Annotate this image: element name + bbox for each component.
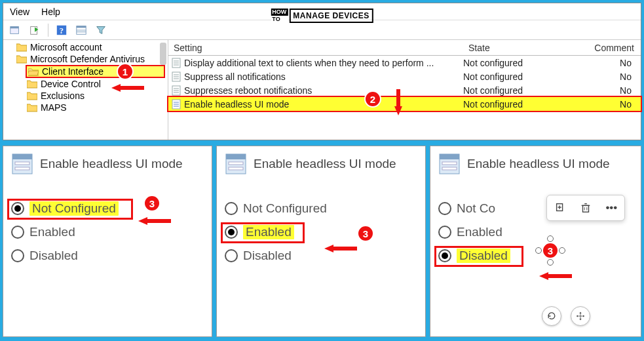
col-setting[interactable]: Setting [168,43,463,53]
radio-icon [438,202,451,215]
tree-item-defender[interactable]: Microsoft Defender Antivirus [15,53,165,65]
annotation-badge-3: 3 [357,225,374,242]
tree-item-device-control[interactable]: Device Control [26,78,165,90]
setting-comment: No [575,99,641,110]
policy-icon [171,85,181,96]
annotation-badge-2: 2 [364,90,381,108]
radio-enabled[interactable]: Enabled [438,225,633,239]
dialog-title: Enable headless UI mode [40,157,183,171]
help-icon[interactable]: ? [55,24,68,37]
filter-icon[interactable] [94,24,107,37]
radio-label: Enabled [29,225,75,239]
radio-group: Not Configured Enabled Disabled [225,201,417,263]
move-button[interactable] [571,306,590,326]
annotation-arrow-3 [539,272,548,280]
copy-icon[interactable] [554,201,567,214]
list-row-highlighted[interactable]: Enable headless UI mode Not configured N… [168,97,641,111]
policy-dialog-enabled: Enable headless UI mode Not Configured E… [216,146,426,337]
tree-item-microsoft-account[interactable]: Microsoft account [15,41,165,53]
list-row[interactable]: Display additional text to clients when … [168,56,641,70]
menu-view[interactable]: View [10,7,29,17]
tree-label: Exclusions [41,90,85,101]
setting-comment: No [575,58,641,68]
tree-label: MAPS [41,102,67,113]
setting-state: Not configured [463,85,575,96]
toolbar-separator [48,24,48,37]
svg-rect-40 [582,205,588,212]
setting-name: Suppresses reboot notifications [184,85,312,96]
svg-rect-34 [440,154,459,159]
tree-item-client-interface[interactable]: Client Interface [26,65,165,78]
folder-icon [27,91,37,100]
policy-dialog-icon [225,153,247,175]
radio-enabled[interactable]: Enabled [11,225,204,239]
setting-state: Not configured [463,71,575,82]
tree-label: Device Control [41,79,101,89]
setting-state: Not configured [463,58,575,68]
radio-icon [225,249,238,262]
svg-rect-32 [229,167,243,170]
trash-icon[interactable] [579,201,592,214]
radio-icon [11,249,24,262]
folder-open-icon [28,67,39,76]
tree-item-maps[interactable]: MAPS [26,102,165,113]
setting-name: Suppress all notifications [184,71,286,82]
tree-item-exclusions[interactable]: Exclusions [26,90,165,102]
nav-back-icon[interactable] [9,24,22,37]
menubar: View Help [3,3,641,20]
nav-forward-icon[interactable] [28,24,41,37]
annotation-arrow-2 [394,106,402,115]
rotate-button[interactable] [542,306,561,326]
list-row[interactable]: Suppress all notifications Not configure… [168,70,641,83]
folder-icon [16,54,27,64]
radio-label: Not Co [457,201,495,216]
details-view-icon[interactable] [75,24,88,37]
annotation-arrow-3 [138,217,147,225]
folder-icon [27,79,37,89]
svg-rect-27 [15,162,29,165]
setting-state: Not configured [463,99,575,110]
svg-text:?: ? [60,26,64,35]
annotation-arrow-1 [111,84,121,92]
policy-dialog-not-configured: Enable headless UI mode Not Configured E… [3,146,212,337]
svg-rect-36 [442,167,457,170]
policy-icon [171,58,181,68]
editor-toolbar: ••• [546,195,625,221]
annotation-arrow-3 [324,245,333,252]
folder-icon [16,43,27,52]
setting-name: Enable headless UI mode [184,99,289,110]
setting-comment: No [575,71,641,82]
svg-rect-28 [15,167,29,170]
radio-disabled[interactable]: Disabled [225,249,417,263]
col-state[interactable]: State [463,43,575,53]
radio-not-configured[interactable]: Not Configured [11,201,204,216]
more-icon[interactable]: ••• [605,201,618,214]
list-row[interactable]: Suppresses reboot notifications Not conf… [168,83,641,97]
tree-pane[interactable]: Microsoft account Microsoft Defender Ant… [3,40,168,140]
radio-group: Not Configured Enabled Disabled [11,201,204,263]
policy-dialog-disabled: Enable headless UI mode Not Co Enabled D… [430,146,641,337]
svg-rect-35 [442,162,457,165]
dialog-title: Enable headless UI mode [467,157,610,171]
tree-label: Client Interface [42,66,104,77]
menu-help[interactable]: Help [41,7,60,17]
col-comment[interactable]: Comment [575,43,641,53]
toolbar: ? [3,20,641,40]
policy-icon [171,99,181,110]
svg-rect-30 [226,154,246,159]
radio-label: Enabled [457,225,502,239]
settings-list: Setting State Comment Display additional… [168,40,641,140]
scrollbar-thumb[interactable] [160,43,166,65]
dialog-title: Enable headless UI mode [254,157,396,171]
tree-label: Microsoft account [30,42,102,52]
gpedit-window: View Help ? Microsoft account [3,3,641,140]
svg-rect-6 [77,26,86,28]
radio-not-configured[interactable]: Not Configured [225,201,417,216]
radio-enabled[interactable]: Enabled [225,225,417,239]
radio-disabled[interactable]: Disabled [11,249,204,263]
svg-rect-31 [229,162,243,165]
annotation-badge-3: 3 [542,242,559,259]
annotation-badge-1: 1 [117,63,134,80]
radio-icon [438,226,451,239]
policy-icon [171,71,181,82]
